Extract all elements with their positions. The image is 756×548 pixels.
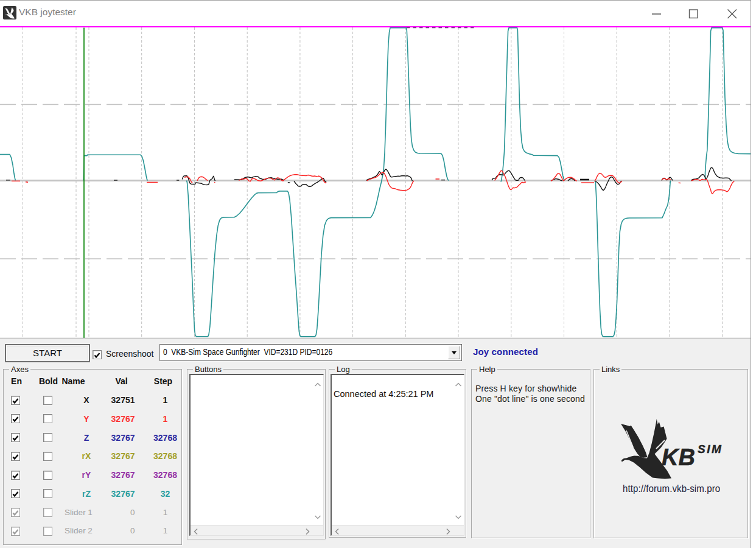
svg-text:KB: KB [662,444,695,470]
svg-text:SIM: SIM [698,443,723,455]
